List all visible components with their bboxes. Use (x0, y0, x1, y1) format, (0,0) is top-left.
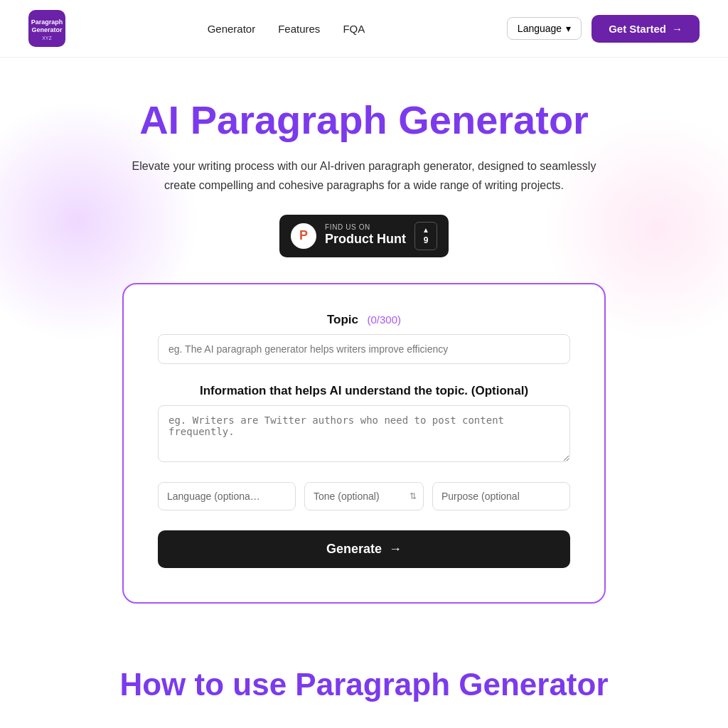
ph-name: Product Hunt (325, 231, 406, 247)
nav-right: Language ▾ Get Started → (507, 15, 700, 43)
info-textarea[interactable] (158, 405, 570, 462)
chevron-down-icon: ▾ (566, 23, 571, 34)
product-hunt-icon: P (291, 223, 316, 249)
ph-count: 9 (424, 235, 429, 247)
navbar: Paragraph Generator XYZ Generator Featur… (0, 0, 728, 58)
how-to-section: How to use Paragraph Generator (0, 652, 728, 704)
tone-select[interactable]: Tone (optional) (304, 482, 424, 510)
topic-label: Topic (327, 313, 358, 326)
get-started-button[interactable]: Get Started → (592, 15, 700, 43)
info-label: Information that helps AI understand the… (158, 384, 570, 398)
generate-button[interactable]: Generate → (158, 530, 570, 568)
logo[interactable]: Paragraph Generator XYZ (28, 10, 65, 47)
product-hunt-badge[interactable]: P FIND US ON Product Hunt ▲ 9 (279, 215, 449, 257)
purpose-select[interactable]: Purpose (optional (432, 482, 570, 510)
svg-text:Paragraph: Paragraph (31, 18, 63, 26)
generate-arrow-icon: → (389, 542, 402, 557)
page-title: AI Paragraph Generator (14, 97, 714, 143)
ph-letter: P (299, 228, 308, 243)
options-row: Language (optiona… Tone (optional) ⇅ Pur… (158, 482, 570, 510)
hero-subtitle: Elevate your writing process with our AI… (122, 157, 606, 195)
cta-arrow-icon: → (672, 23, 682, 35)
ph-find-text: FIND US ON (325, 224, 370, 231)
ph-upvote-count: ▲ 9 (414, 222, 437, 250)
ph-arrow-icon: ▲ (422, 225, 429, 235)
nav-fqa[interactable]: FQA (343, 23, 365, 35)
language-button[interactable]: Language ▾ (507, 17, 582, 40)
generator-form-card: Topic (0/300) Information that helps AI … (122, 283, 606, 604)
cta-label: Get Started (609, 23, 666, 35)
logo-icon: Paragraph Generator XYZ (28, 10, 65, 47)
nav-links: Generator Features FQA (208, 23, 365, 35)
nav-features[interactable]: Features (278, 23, 320, 35)
nav-generator[interactable]: Generator (208, 23, 256, 35)
topic-input[interactable] (158, 334, 570, 364)
hero-section: AI Paragraph Generator Elevate your writ… (0, 58, 728, 652)
language-select[interactable]: Language (optiona… (158, 482, 296, 510)
topic-label-row: Topic (0/300) (158, 313, 570, 327)
generate-label: Generate (326, 542, 382, 557)
how-to-title: How to use Paragraph Generator (14, 666, 714, 704)
svg-text:Generator: Generator (31, 26, 63, 33)
svg-text:XYZ: XYZ (42, 36, 52, 41)
ph-text: FIND US ON Product Hunt (325, 224, 406, 247)
language-label: Language (518, 23, 562, 34)
tone-select-wrap: Tone (optional) ⇅ (304, 482, 424, 510)
topic-count: (0/300) (368, 314, 402, 326)
